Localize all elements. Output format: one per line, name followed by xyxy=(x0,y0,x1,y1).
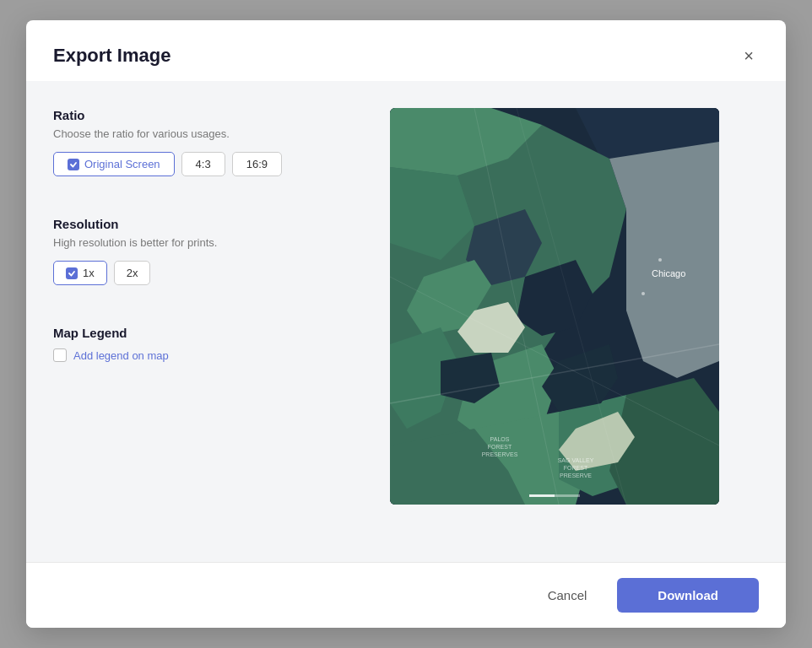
ratio-description: Choose the ratio for various usages. xyxy=(53,127,323,140)
legend-checkbox[interactable] xyxy=(53,348,67,362)
map-preview: Chicago PALOS FOREST PRESERVES SAG VALLE… xyxy=(390,108,719,505)
legend-title: Map Legend xyxy=(53,326,323,340)
svg-point-23 xyxy=(658,258,662,262)
check-icon xyxy=(68,159,79,170)
modal-overlay: Export Image × Ratio Choose the ratio fo… xyxy=(0,0,812,648)
resolution-2x[interactable]: 2x xyxy=(114,261,151,285)
cancel-button[interactable]: Cancel xyxy=(531,580,604,611)
add-legend-label[interactable]: Add legend on map xyxy=(73,349,169,362)
svg-text:FOREST: FOREST xyxy=(488,444,512,450)
modal-body: Ratio Choose the ratio for various usage… xyxy=(26,81,786,562)
resolution-1x[interactable]: 1x xyxy=(53,261,107,285)
chicago-label: Chicago xyxy=(652,268,685,278)
resolution-section: Resolution High resolution is better for… xyxy=(53,217,323,285)
ratio-original-screen[interactable]: Original Screen xyxy=(53,152,175,176)
legend-row: Add legend on map xyxy=(53,348,323,362)
modal-footer: Cancel Download xyxy=(26,562,786,628)
svg-text:PRESERVES: PRESERVES xyxy=(482,451,518,457)
svg-text:FOREST: FOREST xyxy=(564,465,588,471)
modal-title: Export Image xyxy=(53,45,171,67)
ratio-section: Ratio Choose the ratio for various usage… xyxy=(53,108,323,176)
check-icon-1x xyxy=(66,267,78,279)
ratio-16-9[interactable]: 16:9 xyxy=(232,152,282,176)
forest-label-2: SAG VALLEY xyxy=(558,457,594,463)
left-panel: Ratio Choose the ratio for various usage… xyxy=(53,108,323,542)
close-button[interactable]: × xyxy=(739,44,759,68)
export-image-modal: Export Image × Ratio Choose the ratio fo… xyxy=(26,20,786,628)
svg-rect-30 xyxy=(529,494,555,497)
svg-point-24 xyxy=(641,292,645,295)
resolution-button-group: 1x 2x xyxy=(53,261,323,285)
svg-text:PRESERVE: PRESERVE xyxy=(560,472,592,478)
resolution-description: High resolution is better for prints. xyxy=(53,236,323,249)
map-svg: Chicago PALOS FOREST PRESERVES SAG VALLE… xyxy=(390,108,719,505)
resolution-title: Resolution xyxy=(53,217,323,231)
ratio-4-3[interactable]: 4:3 xyxy=(181,152,225,176)
ratio-button-group: Original Screen 4:3 16:9 xyxy=(53,152,323,176)
modal-header: Export Image × xyxy=(26,20,786,81)
legend-section: Map Legend Add legend on map xyxy=(53,326,323,362)
download-button[interactable]: Download xyxy=(617,578,759,613)
forest-label-1: PALOS xyxy=(490,436,510,442)
ratio-title: Ratio xyxy=(53,108,323,122)
right-panel: Chicago PALOS FOREST PRESERVES SAG VALLE… xyxy=(350,108,759,542)
